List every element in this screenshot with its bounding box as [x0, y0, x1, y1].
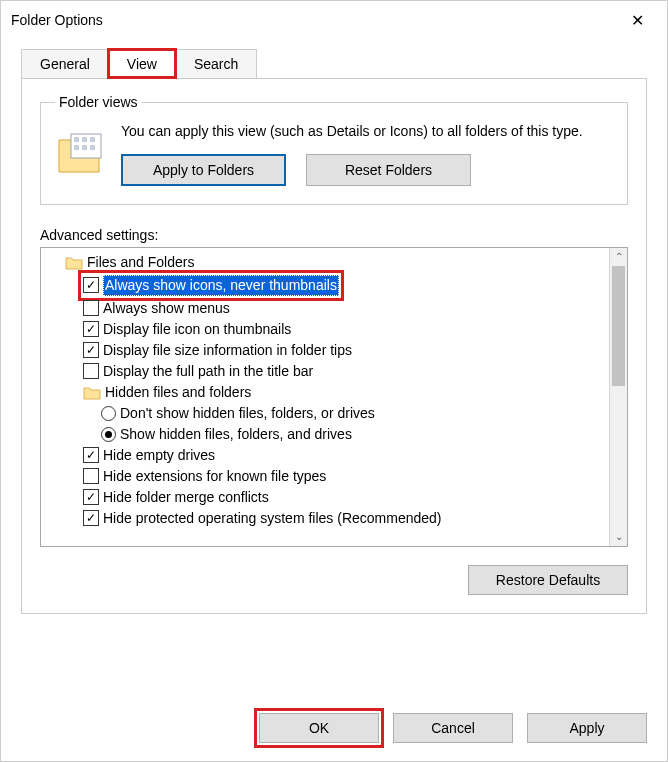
tree-row[interactable]: Display the full path in the title bar — [47, 361, 609, 382]
scroll-track[interactable] — [610, 266, 627, 528]
tree-row-label: Display file size information in folder … — [103, 340, 352, 361]
scroll-down-icon[interactable]: ⌄ — [610, 528, 627, 546]
restore-defaults-button[interactable]: Restore Defaults — [468, 565, 628, 595]
folder-views-group: Folder views — [40, 94, 628, 205]
scroll-up-icon[interactable]: ⌃ — [610, 248, 627, 266]
tree-row[interactable]: Always show menus — [47, 298, 609, 319]
close-icon[interactable]: ✕ — [617, 5, 657, 35]
tree-row[interactable]: Show hidden files, folders, and drives — [47, 424, 609, 445]
tree-row[interactable]: Files and Folders — [47, 252, 609, 273]
tree-row-label: Files and Folders — [87, 252, 194, 273]
advanced-settings-tree[interactable]: Files and Folders✓Always show icons, nev… — [41, 248, 609, 546]
reset-folders-button[interactable]: Reset Folders — [306, 154, 471, 186]
checkbox[interactable] — [83, 363, 99, 379]
svg-rect-1 — [74, 137, 79, 142]
svg-rect-2 — [82, 137, 87, 142]
checkbox[interactable]: ✓ — [83, 447, 99, 463]
svg-rect-6 — [90, 145, 95, 150]
radio-button[interactable] — [101, 427, 116, 442]
tree-row-label: Don't show hidden files, folders, or dri… — [120, 403, 375, 424]
ok-button[interactable]: OK — [259, 713, 379, 743]
tree-row-label: Display the full path in the title bar — [103, 361, 313, 382]
tree-row-label: Hide empty drives — [103, 445, 215, 466]
advanced-settings-label: Advanced settings: — [40, 227, 628, 243]
window-title: Folder Options — [11, 12, 617, 28]
advanced-settings-box: Files and Folders✓Always show icons, nev… — [40, 247, 628, 547]
tab-view[interactable]: View — [108, 49, 176, 78]
tree-row-label: Hide extensions for known file types — [103, 466, 326, 487]
checkbox[interactable]: ✓ — [83, 489, 99, 505]
dialog-footer: OK Cancel Apply — [1, 699, 667, 761]
folder-icon — [83, 385, 101, 400]
cancel-button[interactable]: Cancel — [393, 713, 513, 743]
tree-row[interactable]: Hidden files and folders — [47, 382, 609, 403]
tree-row-label: Always show menus — [103, 298, 230, 319]
svg-rect-4 — [74, 145, 79, 150]
folder-views-legend: Folder views — [55, 94, 142, 110]
folder-views-right: You can apply this view (such as Details… — [121, 122, 583, 186]
checkbox[interactable]: ✓ — [83, 321, 99, 337]
apply-button[interactable]: Apply — [527, 713, 647, 743]
tree-row-label: Hide folder merge conflicts — [103, 487, 269, 508]
folder-icon — [65, 255, 83, 270]
folder-views-description: You can apply this view (such as Details… — [121, 122, 583, 142]
content-area: General View Search Folder views — [1, 39, 667, 614]
tree-row[interactable]: ✓Display file icon on thumbnails — [47, 319, 609, 340]
checkbox[interactable] — [83, 300, 99, 316]
tab-strip: General View Search — [21, 49, 647, 79]
tree-row[interactable]: Hide extensions for known file types — [47, 466, 609, 487]
tree-row[interactable]: ✓Display file size information in folder… — [47, 340, 609, 361]
checkbox[interactable]: ✓ — [83, 342, 99, 358]
tree-row[interactable]: ✓Hide empty drives — [47, 445, 609, 466]
tree-row[interactable]: ✓Always show icons, never thumbnails — [47, 273, 609, 298]
radio-button[interactable] — [101, 406, 116, 421]
apply-to-folders-button[interactable]: Apply to Folders — [121, 154, 286, 186]
checkbox[interactable] — [83, 468, 99, 484]
checkbox[interactable]: ✓ — [83, 510, 99, 526]
tree-row-label: Hide protected operating system files (R… — [103, 508, 442, 529]
svg-rect-5 — [82, 145, 87, 150]
title-bar: Folder Options ✕ — [1, 1, 667, 39]
tree-row-label: Always show icons, never thumbnails — [103, 275, 339, 296]
svg-rect-3 — [90, 137, 95, 142]
tree-row-label: Display file icon on thumbnails — [103, 319, 291, 340]
folder-views-icon — [55, 126, 107, 178]
folder-options-window: Folder Options ✕ General View Search Fol… — [0, 0, 668, 762]
tab-general[interactable]: General — [21, 49, 109, 79]
scrollbar[interactable]: ⌃ ⌄ — [609, 248, 627, 546]
tree-row[interactable]: ✓Hide protected operating system files (… — [47, 508, 609, 529]
tree-row[interactable]: Don't show hidden files, folders, or dri… — [47, 403, 609, 424]
tree-row-label: Hidden files and folders — [105, 382, 251, 403]
tree-row[interactable]: ✓Hide folder merge conflicts — [47, 487, 609, 508]
scroll-thumb[interactable] — [612, 266, 625, 386]
tab-panel-view: Folder views — [21, 79, 647, 614]
tree-row-label: Show hidden files, folders, and drives — [120, 424, 352, 445]
tab-search[interactable]: Search — [175, 49, 257, 79]
checkbox[interactable]: ✓ — [83, 277, 99, 293]
